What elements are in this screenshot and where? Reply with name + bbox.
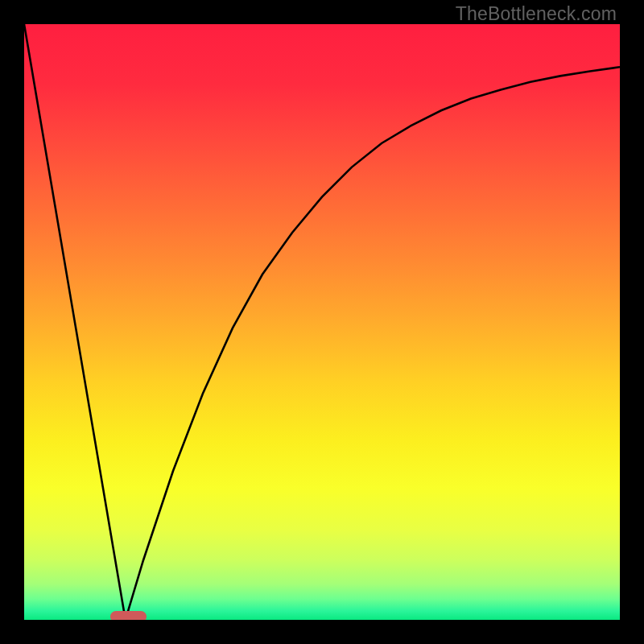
- bottleneck-marker: [110, 611, 146, 620]
- chart-frame: TheBottleneck.com: [0, 0, 644, 644]
- right-curve-path: [126, 67, 620, 620]
- chart-curves: [24, 24, 620, 620]
- left-line-path: [24, 24, 126, 620]
- plot-area: [24, 24, 620, 620]
- watermark-text: TheBottleneck.com: [456, 3, 617, 25]
